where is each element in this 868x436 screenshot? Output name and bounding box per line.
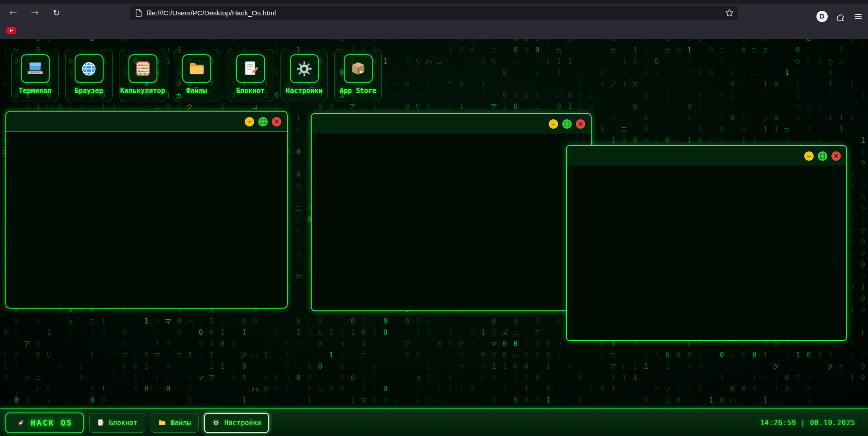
start-label: HACK OS [31,418,73,427]
minimize-button[interactable]: − [245,117,254,127]
minimize-button[interactable]: − [804,151,814,161]
youtube-bookmark-icon[interactable] [6,27,16,34]
maximize-button[interactable] [818,151,827,161]
desktop-icon-row: Терминал Браузер Калькулятор Файлы Блокн… [11,49,382,102]
icon-label: Блокнот [236,87,265,95]
bookmarks-bar [0,22,868,39]
folder-icon [158,419,166,427]
address-bar[interactable]: file:///C:/Users/PC/Desktop/Hack_Os.html [130,6,738,20]
folder-icon [182,54,211,83]
icon-label: Браузер [75,87,103,95]
close-button[interactable]: × [576,119,585,129]
window-content [6,132,287,307]
window-titlebar[interactable]: − × [567,146,846,166]
icon-label: Настройки [286,87,323,95]
extensions-icon[interactable] [836,12,845,21]
bookmark-star-icon[interactable] [725,9,734,17]
browser-toolbar: ← → ↻ file:///C:/Users/PC/Desktop/Hack_O… [0,4,868,22]
taskbar-item-files[interactable]: Файлы [151,413,199,433]
desktop-icon-browser[interactable]: Браузер [65,49,113,102]
close-button[interactable]: × [272,117,281,127]
minimize-button[interactable]: − [549,119,558,129]
globe-icon [75,54,104,83]
memo-icon [236,54,265,83]
menu-icon[interactable]: ≡ [854,10,863,23]
taskbar-item-label: Файлы [171,419,191,427]
window-content [312,134,591,310]
abacus-icon [128,54,157,83]
taskbar-clock: 14:26:59 | 08.10.2025 [760,409,855,436]
rocket-icon [16,418,25,427]
taskbar-item-notepad[interactable]: Блокнот [89,413,145,433]
laptop-icon [21,54,50,83]
window-titlebar[interactable]: − × [312,114,591,134]
memo-icon [97,419,104,427]
start-button[interactable]: HACK OS [5,413,84,433]
page-doc-icon [135,9,142,17]
browser-chrome: ← → ↻ file:///C:/Users/PC/Desktop/Hack_O… [0,0,868,39]
url-text[interactable]: file:///C:/Users/PC/Desktop/Hack_Os.html [147,9,725,17]
package-icon [344,54,373,83]
window-files: − × [311,113,592,311]
profile-avatar[interactable]: D [816,11,828,22]
desktop-icon-appstore[interactable]: App Store [334,49,382,102]
maximize-button[interactable] [258,117,268,127]
icon-label: App Store [340,87,376,95]
desktop-icon-terminal[interactable]: Терминал [11,49,59,102]
icon-label: Калькулятор [120,87,165,95]
icon-label: Терминал [19,87,51,95]
icon-label: Файлы [186,87,207,95]
taskbar-item-label: Блокнот [109,419,138,427]
gear-icon [212,419,220,427]
desktop-icon-files[interactable]: Файлы [173,49,220,102]
taskbar-item-settings[interactable]: Настройки [204,413,269,433]
browser-top-strip [0,0,868,4]
desktop-icon-settings[interactable]: Настройки [280,49,328,102]
back-icon[interactable]: ← [5,6,21,19]
window-content [567,166,846,340]
forward-icon[interactable]: → [27,6,43,19]
desktop-icon-calculator[interactable]: Калькулятор [119,49,166,102]
taskbar: HACK OS Блокнот Файлы Настройки 14:26:59… [0,408,868,436]
maximize-button[interactable] [562,119,572,129]
desktop-icon-notepad[interactable]: Блокнот [227,49,274,102]
window-notepad: − × [5,111,288,309]
gear-icon [290,54,319,83]
window-settings: − × [566,145,847,341]
refresh-icon[interactable]: ↻ [49,6,64,19]
close-button[interactable]: × [831,151,841,161]
taskbar-item-label: Настройки [224,419,261,427]
window-titlebar[interactable]: − × [6,112,287,132]
hack-os-desktop: ハ10ハ0 ア00ニ00111ハ 00 1ツア 01110 カ リ00 0111… [0,39,868,436]
